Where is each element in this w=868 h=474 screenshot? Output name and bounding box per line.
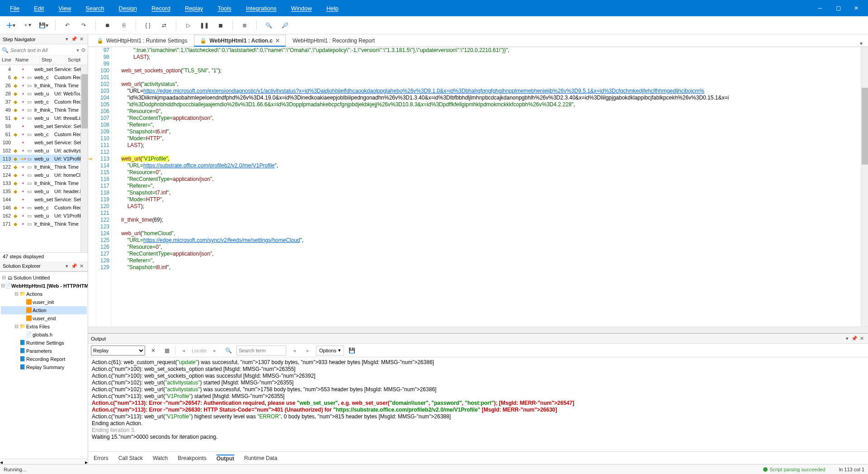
step-row[interactable]: 26◆●▭lr_think_Think TimeAction: [0, 81, 88, 90]
step-row[interactable]: 102◆●▭web_uUrl: activitysAction: [0, 147, 88, 155]
panel-close-icon[interactable]: ✕: [78, 36, 85, 43]
export-output-icon[interactable]: ▦: [161, 346, 172, 356]
left-hscroll[interactable]: ◂▸: [0, 459, 88, 464]
step-row[interactable]: 51◆●▭web_uUrl: threatLisAction: [0, 114, 88, 122]
save-output-icon[interactable]: 💾: [347, 346, 358, 356]
solution-root[interactable]: ⊟🗂Solution Untitled: [1, 274, 87, 282]
panel-dropdown-icon[interactable]: ▾: [844, 335, 851, 342]
maximize-button[interactable]: ▢: [829, 2, 847, 14]
step-row[interactable]: 162◆●▭web_uUrl: V1ProfileAction: [0, 212, 88, 220]
search-tool-button[interactable]: 🔍: [261, 19, 276, 32]
panel-pin-icon[interactable]: 📌: [71, 36, 78, 43]
output-tab-breakpoints[interactable]: Breakpoints: [178, 455, 206, 461]
step-row[interactable]: 135◆●▭web_uUrl: header.lAction: [0, 187, 88, 195]
close-tab-icon[interactable]: ✕: [275, 38, 280, 44]
step-row[interactable]: 49◆●▭lr_think_Think TimeAction: [0, 106, 88, 114]
menu-edit[interactable]: Edit: [27, 0, 51, 16]
output-search-input[interactable]: [236, 346, 286, 356]
menu-integrations[interactable]: Integrations: [239, 0, 284, 16]
editor-hscroll[interactable]: [88, 327, 868, 333]
action-Action[interactable]: 🟧Action: [1, 306, 87, 314]
step-row[interactable]: 28◆●▭web_uUrl: WebTouAction: [0, 90, 88, 98]
step-row[interactable]: 144●web_setService: SetAction: [0, 195, 88, 204]
tab[interactable]: WebHttpHtml1 : Recording Report: [287, 35, 381, 47]
redo-button[interactable]: ↷: [76, 19, 91, 32]
panel-close-icon[interactable]: ✕: [858, 335, 865, 342]
step-row[interactable]: 6◆●▭web_cCustom RecAction: [0, 73, 88, 81]
menu-tools[interactable]: Tools: [210, 0, 238, 16]
locate-next-icon[interactable]: ▸: [209, 346, 220, 356]
menu-window[interactable]: Window: [284, 0, 319, 16]
output-options-dropdown[interactable]: Options▾: [316, 346, 344, 356]
minimize-button[interactable]: ─: [811, 2, 829, 14]
stop-button[interactable]: ◼: [213, 19, 228, 32]
search-prev-icon[interactable]: ◂: [289, 346, 300, 356]
output-tab-output[interactable]: Output: [217, 455, 234, 462]
actions-folder[interactable]: ⊟📁Actions: [1, 290, 87, 298]
item-runtime-settings[interactable]: 📘Runtime Settings: [1, 339, 87, 347]
step-list-button[interactable]: ≣: [237, 19, 252, 32]
search-dropdown-icon[interactable]: ▾: [76, 47, 79, 53]
menu-file[interactable]: File: [3, 0, 27, 16]
search-next-icon[interactable]: ▸: [302, 346, 313, 356]
output-tab-errors[interactable]: Errors: [94, 455, 108, 461]
step-row[interactable]: 122◆●▭lr_think_Think TimeAction: [0, 163, 88, 171]
script-node[interactable]: ⊟📄WebHttpHtml1 [Web - HTTP/HTML]: [1, 282, 87, 290]
step-row[interactable]: 59●web_setService: SetAction: [0, 122, 88, 130]
pause-button[interactable]: ❚❚: [197, 19, 212, 32]
step-row[interactable]: 171◆●▭lr_think_Think TimeAction: [0, 220, 88, 228]
panel-close-icon[interactable]: ✕: [78, 262, 85, 270]
compile-button[interactable]: ⎘: [117, 19, 131, 32]
step-row[interactable]: 4●web_setService: SetAction: [0, 65, 88, 73]
tab[interactable]: 🔒WebHttpHtml1 : Action.c✕: [194, 35, 286, 47]
step-row[interactable]: 113◆➔●▭web_uUrl: V1ProfilAction: [0, 155, 88, 163]
tab[interactable]: 🔒WebHttpHtml1 : Runtime Settings: [91, 35, 193, 47]
step-search-input[interactable]: [10, 46, 75, 55]
step-row[interactable]: 124◆●▭web_uUrl: homeClAction: [0, 171, 88, 179]
output-search-icon[interactable]: 🔍: [223, 346, 234, 356]
step-row[interactable]: 61◆●▭web_cCustom RecAction: [0, 130, 88, 138]
menu-help[interactable]: Help: [319, 0, 346, 16]
tab-overflow-icon[interactable]: ▾: [857, 40, 865, 47]
output-tab-runtime-data[interactable]: Runtime Data: [244, 455, 277, 461]
extra-globals.h[interactable]: 📄globals.h: [1, 331, 87, 339]
menu-search[interactable]: Search: [78, 0, 111, 16]
undo-button[interactable]: ↶: [60, 19, 75, 32]
panel-pin-icon[interactable]: 📌: [71, 262, 78, 270]
output-scope-select[interactable]: Replay: [91, 346, 145, 356]
output-tab-watch[interactable]: Watch: [153, 455, 168, 461]
step-row[interactable]: 133◆●▭lr_think_Think TimeAction: [0, 179, 88, 187]
menu-view[interactable]: View: [51, 0, 78, 16]
menu-record[interactable]: Record: [144, 0, 178, 16]
braces-button[interactable]: { }: [141, 19, 155, 32]
play-button[interactable]: ▷: [181, 19, 195, 32]
step-list[interactable]: 4●web_setService: SetAction6◆●▭web_cCust…: [0, 65, 88, 252]
item-parameters[interactable]: 📘Parameters: [1, 347, 87, 355]
step-row[interactable]: 146◆●▭web_cCustom RecAction: [0, 204, 88, 212]
output-tab-call-stack[interactable]: Call Stack: [118, 455, 143, 461]
sync-button[interactable]: ⇄: [157, 19, 171, 32]
menu-replay[interactable]: Replay: [178, 0, 210, 16]
record-button[interactable]: ⏺: [100, 19, 115, 32]
item-recording-report[interactable]: 📘Recording Report: [1, 355, 87, 363]
action-vuser_end[interactable]: 🟧vuser_end: [1, 314, 87, 322]
search-next-button[interactable]: 🔎: [278, 19, 292, 32]
locate-prev-icon[interactable]: ◂: [178, 346, 189, 356]
panel-pin-icon[interactable]: 📌: [851, 335, 858, 342]
menu-design[interactable]: Design: [112, 0, 144, 16]
panel-dropdown-icon[interactable]: ▾: [63, 36, 71, 43]
action-vuser_init[interactable]: 🟧vuser_init: [1, 298, 87, 306]
panel-dropdown-icon[interactable]: ▾: [63, 262, 71, 270]
close-button[interactable]: ✕: [847, 2, 865, 14]
new-dropdown[interactable]: ▾: [4, 19, 18, 32]
add-dropdown[interactable]: ＋▾: [20, 19, 34, 32]
item-replay-summary[interactable]: 📘Replay Summary: [1, 363, 87, 371]
save-dropdown[interactable]: 💾▾: [36, 19, 51, 32]
filter-icon[interactable]: ⚙: [81, 47, 86, 53]
step-row[interactable]: 100●web_setService: SetAction: [0, 138, 88, 147]
output-log[interactable]: Action.c(61): web_custom_request("update…: [88, 357, 868, 451]
solution-tree[interactable]: ⊟🗂Solution Untitled⊟📄WebHttpHtml1 [Web -…: [0, 271, 88, 459]
step-row[interactable]: 37◆●▭web_cCustom RecAction: [0, 98, 88, 106]
clear-output-icon[interactable]: ✕: [148, 346, 159, 356]
extra-files-folder[interactable]: ⊟📁Extra Files: [1, 322, 87, 331]
